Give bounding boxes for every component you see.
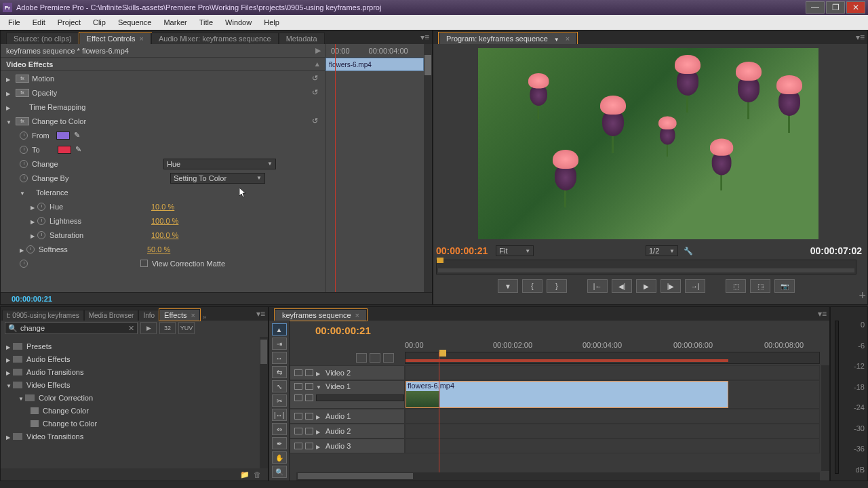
disclosure-icon[interactable] bbox=[31, 231, 37, 239]
linked-selection-icon[interactable] bbox=[370, 353, 380, 363]
effect-opacity-row[interactable]: fx Opacity ↺ bbox=[1, 85, 325, 100]
rate-stretch-tool[interactable]: ⤡ bbox=[272, 380, 287, 392]
track-header-v2[interactable]: Video 2 bbox=[290, 365, 405, 380]
tree-audio-transitions[interactable]: Audio Transitions bbox=[1, 365, 258, 378]
disclosure-icon[interactable] bbox=[6, 75, 13, 83]
stopwatch-icon[interactable] bbox=[20, 174, 28, 182]
change-by-dropdown[interactable]: Setting To Color ▼ bbox=[170, 173, 265, 184]
tab-source[interactable]: Source: (no clips) bbox=[6, 33, 79, 44]
timeline-playhead[interactable] bbox=[439, 352, 439, 472]
lock-icon[interactable] bbox=[305, 383, 313, 390]
track-select-tool[interactable]: ⇥ bbox=[272, 338, 287, 350]
tree-presets[interactable]: Presets bbox=[1, 340, 258, 352]
ec-playhead[interactable] bbox=[335, 44, 336, 292]
program-scrubber[interactable] bbox=[436, 260, 856, 274]
tab-project[interactable]: t: 0905-using keyframes bbox=[2, 310, 84, 321]
menu-sequence[interactable]: Sequence bbox=[113, 17, 157, 28]
add-button-icon[interactable]: + bbox=[859, 289, 866, 303]
add-marker-button[interactable]: ▼ bbox=[498, 279, 518, 293]
stopwatch-icon[interactable] bbox=[20, 160, 28, 168]
close-icon[interactable]: × bbox=[191, 311, 195, 319]
effect-motion-row[interactable]: fx Motion ↺ bbox=[1, 71, 325, 85]
clear-icon[interactable]: ✕ bbox=[128, 324, 134, 333]
collapse-icon[interactable]: ▴ bbox=[315, 60, 319, 68]
close-icon[interactable]: × bbox=[566, 35, 570, 43]
disclosure-icon[interactable] bbox=[31, 203, 37, 211]
speaker-icon[interactable] bbox=[294, 413, 302, 420]
slide-tool[interactable]: ⇔ bbox=[272, 423, 287, 435]
zoom-dropdown[interactable]: 1/2▼ bbox=[646, 245, 678, 256]
lock-icon[interactable] bbox=[305, 428, 313, 434]
disclosure-icon[interactable] bbox=[316, 412, 323, 420]
effect-change-to-color-row[interactable]: fx Change to Color ↺ bbox=[1, 114, 325, 128]
stopwatch-icon[interactable] bbox=[20, 146, 28, 154]
export-frame-button[interactable]: 📷 bbox=[774, 279, 795, 293]
panel-menu-icon[interactable]: ▾≡ bbox=[420, 33, 429, 42]
playhead-marker-icon[interactable] bbox=[437, 258, 443, 263]
slip-tool[interactable]: |↔| bbox=[272, 409, 287, 421]
track-header-v1[interactable]: Video 1 bbox=[290, 380, 405, 409]
speaker-icon[interactable] bbox=[294, 443, 302, 449]
hand-tool[interactable]: ✋ bbox=[272, 451, 287, 464]
disclosure-icon[interactable] bbox=[20, 188, 26, 197]
rolling-edit-tool[interactable]: ⇆ bbox=[272, 366, 287, 378]
menu-title[interactable]: Title bbox=[194, 17, 218, 28]
fx-badge-icon[interactable]: fx bbox=[16, 89, 29, 97]
disclosure-icon[interactable] bbox=[6, 117, 13, 125]
selection-tool[interactable]: ▲ bbox=[272, 323, 287, 336]
eyedropper-icon[interactable]: ✎ bbox=[75, 145, 81, 154]
extract-button[interactable]: ⬚̵ bbox=[750, 279, 770, 293]
timeline-timecode[interactable]: 00:00:00:21 bbox=[315, 325, 371, 336]
program-timecode-left[interactable]: 00:00:00:21 bbox=[436, 245, 488, 256]
tree-change-to-color[interactable]: Change to Color bbox=[1, 417, 258, 430]
disclosure-icon[interactable] bbox=[316, 442, 323, 450]
ripple-edit-tool[interactable]: ↔ bbox=[272, 352, 287, 364]
ec-timeline-lane[interactable]: 00:00 00:00:04:00 flowers-6.mp4 bbox=[325, 44, 432, 292]
speaker-icon[interactable] bbox=[294, 428, 302, 434]
lift-button[interactable]: ⬚ bbox=[726, 279, 746, 293]
step-back-button[interactable]: ◀| bbox=[612, 279, 632, 293]
tree-audio-effects[interactable]: Audio Effects bbox=[1, 352, 258, 365]
settings-icon[interactable]: 🔧 bbox=[684, 247, 693, 256]
tree-video-effects[interactable]: Video Effects bbox=[1, 378, 258, 391]
stopwatch-icon[interactable] bbox=[20, 260, 28, 268]
lock-icon[interactable] bbox=[305, 369, 313, 376]
stopwatch-icon[interactable] bbox=[37, 231, 45, 239]
fx-badge-icon[interactable]: fx bbox=[16, 117, 29, 125]
disclosure-icon[interactable] bbox=[316, 427, 323, 435]
menu-project[interactable]: Project bbox=[52, 17, 86, 28]
playhead-marker-icon[interactable] bbox=[439, 350, 446, 357]
stopwatch-icon[interactable] bbox=[20, 131, 28, 140]
lock-icon[interactable] bbox=[305, 413, 313, 420]
go-to-in-button[interactable]: |← bbox=[587, 279, 608, 293]
reset-icon[interactable]: ↺ bbox=[312, 74, 318, 83]
tab-media-browser[interactable]: Media Browser bbox=[84, 310, 139, 321]
menu-clip[interactable]: Clip bbox=[87, 17, 111, 28]
close-icon[interactable]: × bbox=[140, 35, 144, 43]
menu-edit[interactable]: Edit bbox=[27, 17, 51, 28]
tree-video-transitions[interactable]: Video Transitions bbox=[1, 430, 258, 443]
stopwatch-icon[interactable] bbox=[37, 203, 45, 211]
panel-menu-icon[interactable]: ▾≡ bbox=[856, 33, 865, 42]
chevron-right-icon[interactable]: ▶ bbox=[315, 46, 321, 55]
track-header-a2[interactable]: Audio 2 bbox=[290, 424, 405, 439]
yuv-icon[interactable]: YUV bbox=[178, 322, 195, 334]
ec-clip-block[interactable]: flowers-6.mp4 bbox=[326, 58, 424, 71]
zoom-tool[interactable]: 🔍 bbox=[272, 466, 287, 478]
menu-window[interactable]: Window bbox=[220, 17, 257, 28]
marker-icon[interactable] bbox=[383, 353, 394, 363]
param-tolerance-row[interactable]: Tolerance bbox=[1, 185, 325, 199]
menu-help[interactable]: Help bbox=[258, 17, 285, 28]
from-color-swatch[interactable] bbox=[56, 131, 70, 140]
timeline-ruler[interactable]: 00:00 00:00:02:00 00:00:04:00 00:00:06:0… bbox=[405, 341, 820, 350]
softness-value[interactable]: 50.0 % bbox=[147, 245, 170, 253]
toggle-icon[interactable] bbox=[305, 394, 313, 401]
panel-menu-icon[interactable]: ▾≡ bbox=[256, 309, 265, 319]
track-header-a3[interactable]: Audio 3 bbox=[290, 439, 405, 453]
toggle-icon[interactable] bbox=[294, 394, 302, 401]
close-button[interactable]: ✕ bbox=[846, 1, 865, 14]
tab-sequence[interactable]: keyframes sequence× bbox=[275, 309, 367, 321]
lock-icon[interactable] bbox=[305, 443, 313, 449]
stopwatch-icon[interactable] bbox=[26, 245, 35, 253]
keyframe-mode-dropdown[interactable] bbox=[316, 394, 404, 401]
